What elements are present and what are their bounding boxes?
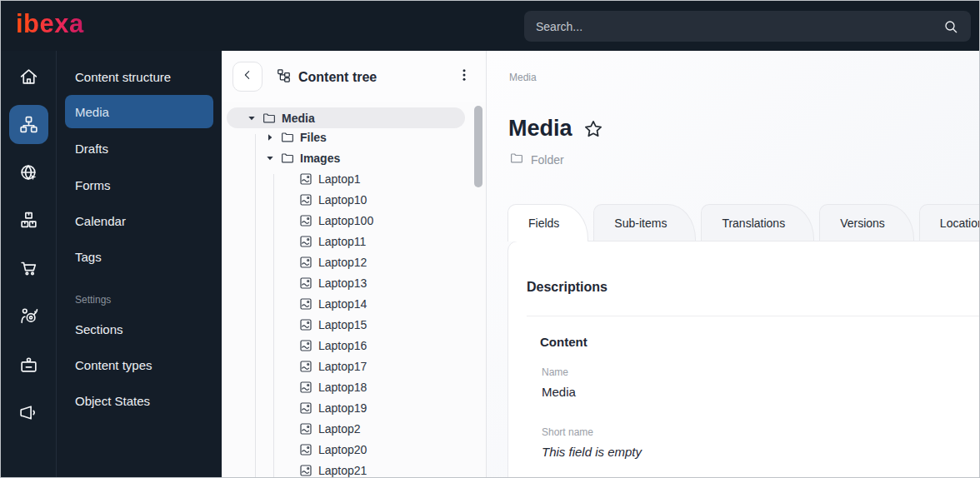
icon-rail bbox=[1, 51, 57, 477]
tree-node-laptop20[interactable]: Laptop20 bbox=[227, 439, 465, 460]
rail-item-corporate[interactable] bbox=[9, 346, 48, 385]
tree-node-laptop11[interactable]: Laptop11 bbox=[227, 231, 465, 251]
chevron-left-icon bbox=[241, 68, 254, 85]
sidebar-item-label: Sections bbox=[75, 322, 123, 336]
tree-node-label: Files bbox=[300, 131, 327, 144]
content-tree: MediaFilesImagesLaptop1Laptop10Laptop100… bbox=[222, 102, 486, 477]
tree-node-label: Laptop20 bbox=[318, 443, 367, 456]
descriptions-heading: Descriptions bbox=[527, 280, 608, 295]
tree-node-label: Laptop13 bbox=[318, 276, 367, 290]
content-type-label: Folder bbox=[531, 153, 564, 167]
content-tree-panel: Content tree MediaFilesImagesLaptop1Lapt… bbox=[222, 51, 487, 477]
search-icon[interactable] bbox=[942, 18, 959, 35]
sidebar-item-media[interactable]: Media bbox=[65, 95, 213, 128]
caret-down-icon[interactable] bbox=[245, 112, 258, 125]
tree-node-laptop14[interactable]: Laptop14 bbox=[227, 293, 465, 314]
tree-node-laptop18[interactable]: Laptop18 bbox=[227, 376, 465, 397]
page-title: Media bbox=[508, 116, 572, 142]
tree-node-label: Laptop19 bbox=[318, 401, 367, 415]
caret-down-icon[interactable] bbox=[263, 152, 277, 165]
globe-cursor-icon bbox=[18, 162, 39, 183]
tree-node-laptop21[interactable]: Laptop21 bbox=[227, 460, 465, 477]
tree-node-label: Laptop2 bbox=[318, 422, 361, 436]
sidebar-item-drafts[interactable]: Drafts bbox=[65, 132, 213, 165]
sidebar-item-calendar[interactable]: Calendar bbox=[65, 204, 213, 237]
sidebar-item-label: Drafts bbox=[75, 142, 108, 156]
image-icon bbox=[298, 401, 313, 416]
home-icon bbox=[18, 67, 39, 87]
breadcrumb[interactable]: Media bbox=[509, 72, 537, 83]
image-icon bbox=[298, 463, 313, 478]
tree-node-files[interactable]: Files bbox=[227, 127, 465, 147]
bookmark-star-icon[interactable] bbox=[582, 118, 604, 140]
tree-scrollbar[interactable] bbox=[474, 106, 482, 187]
tree-node-laptop2[interactable]: Laptop2 bbox=[227, 418, 465, 439]
tab-label: Locations bbox=[940, 217, 980, 230]
tab-locations[interactable]: Locations bbox=[919, 204, 980, 241]
tree-node-laptop12[interactable]: Laptop12 bbox=[227, 251, 465, 272]
sidebar-item-label: Content types bbox=[75, 358, 152, 372]
sidebar-item-object-states[interactable]: Object States bbox=[65, 384, 213, 417]
tree-node-media[interactable]: Media bbox=[227, 107, 465, 128]
caret-right-icon[interactable] bbox=[263, 131, 277, 144]
rail-item-personalization[interactable] bbox=[9, 296, 48, 336]
megaphone-icon bbox=[18, 402, 39, 423]
tab-sub-items[interactable]: Sub-items bbox=[593, 204, 696, 241]
image-icon bbox=[298, 442, 313, 457]
sidebar-item-sections[interactable]: Sections bbox=[65, 312, 213, 346]
tree-node-label: Laptop16 bbox=[318, 339, 367, 352]
rail-item-dashboard[interactable] bbox=[9, 57, 48, 97]
tree-node-laptop10[interactable]: Laptop10 bbox=[227, 189, 465, 210]
tab-label: Versions bbox=[840, 217, 885, 230]
tab-fields[interactable]: Fields bbox=[508, 204, 588, 241]
tree-node-laptop100[interactable]: Laptop100 bbox=[227, 210, 465, 231]
sidebar-item-label: Forms bbox=[75, 178, 111, 192]
image-icon bbox=[298, 255, 313, 270]
app-window: ibexa Content structureMediaDraftsFormsC… bbox=[0, 0, 980, 478]
search-input[interactable] bbox=[536, 20, 942, 33]
sidebar-item-forms[interactable]: Forms bbox=[65, 168, 213, 202]
tree-node-laptop15[interactable]: Laptop15 bbox=[227, 314, 465, 335]
global-search[interactable] bbox=[524, 11, 971, 42]
tree-node-images[interactable]: Images bbox=[227, 147, 465, 168]
sidebar-item-label: Object States bbox=[75, 394, 150, 408]
kebab-icon bbox=[457, 67, 472, 86]
tree-node-label: Laptop18 bbox=[318, 381, 367, 394]
folder-icon bbox=[262, 111, 277, 126]
tree-node-label: Laptop10 bbox=[318, 193, 367, 207]
field-label: Short name bbox=[542, 426, 642, 438]
tree-node-laptop17[interactable]: Laptop17 bbox=[227, 356, 465, 376]
tree-node-label: Laptop12 bbox=[318, 256, 367, 269]
image-icon bbox=[298, 234, 313, 249]
tree-options-menu-button[interactable] bbox=[456, 67, 472, 86]
sidebar-item-content-structure[interactable]: Content structure bbox=[65, 60, 213, 93]
image-icon bbox=[298, 338, 313, 353]
sidebar-item-content-types[interactable]: Content types bbox=[65, 348, 213, 381]
sidebar-item-label: Content structure bbox=[75, 70, 171, 84]
packages-icon bbox=[18, 210, 39, 231]
field-value: Media bbox=[542, 385, 576, 399]
tree-node-laptop1[interactable]: Laptop1 bbox=[227, 168, 465, 189]
tree-node-laptop16[interactable]: Laptop16 bbox=[227, 335, 465, 356]
content-tree-title: Content tree bbox=[298, 70, 377, 85]
tree-node-label: Media bbox=[282, 112, 315, 125]
tab-versions[interactable]: Versions bbox=[819, 204, 914, 241]
tab-label: Translations bbox=[722, 217, 785, 230]
tab-translations[interactable]: Translations bbox=[701, 204, 814, 241]
rail-item-content[interactable] bbox=[9, 105, 48, 144]
sidebar-item-label: Calendar bbox=[75, 214, 126, 228]
rail-item-campaigns[interactable] bbox=[9, 393, 48, 432]
rail-item-site[interactable] bbox=[9, 153, 48, 192]
rail-item-commerce[interactable] bbox=[9, 248, 48, 287]
rail-item-product-catalog[interactable] bbox=[9, 201, 48, 240]
tree-node-laptop19[interactable]: Laptop19 bbox=[227, 397, 465, 418]
tree-node-laptop13[interactable]: Laptop13 bbox=[227, 272, 465, 293]
image-icon bbox=[298, 421, 313, 436]
content-tabs: FieldsSub-itemsTranslationsVersionsLocat… bbox=[508, 204, 980, 241]
collapse-tree-button[interactable] bbox=[232, 62, 262, 92]
main-content: Media Media Folder FieldsSub-itemsTransl… bbox=[487, 51, 979, 477]
sidebar-item-tags[interactable]: Tags bbox=[65, 240, 213, 273]
field-short-name: Short nameThis field is empty bbox=[542, 426, 642, 459]
image-icon bbox=[298, 213, 313, 228]
ibexa-logo[interactable]: ibexa bbox=[16, 9, 84, 39]
